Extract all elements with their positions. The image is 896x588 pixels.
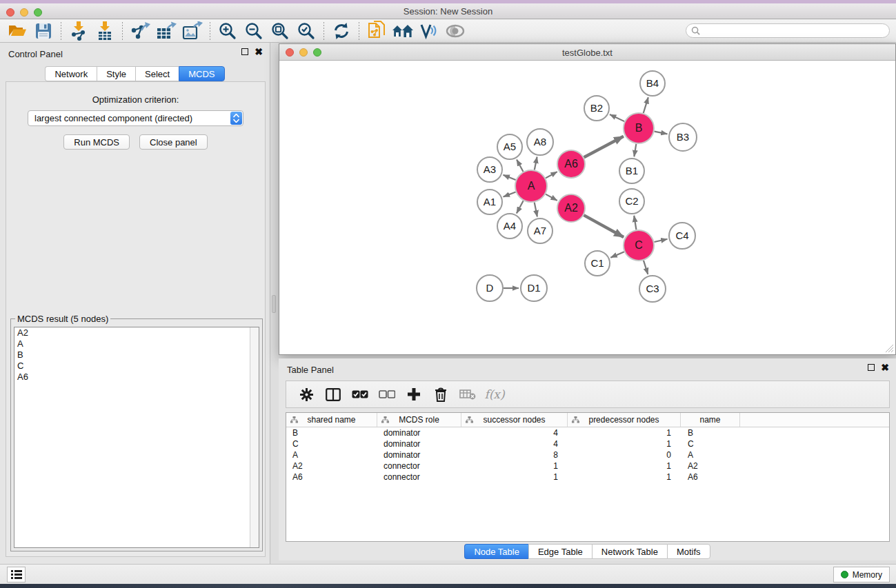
result-scrollbar[interactable] [250, 327, 259, 547]
show-hide-eye-icon[interactable] [442, 21, 468, 41]
export-table-icon[interactable] [153, 21, 179, 41]
node-label-C3: C3 [646, 283, 659, 294]
dropdown-stepper-icon [230, 112, 242, 125]
edge-B-B2[interactable] [610, 114, 624, 121]
result-list-item[interactable]: A6 [14, 372, 259, 383]
result-list-item[interactable]: A2 [14, 327, 259, 338]
column-header-successor-nodes[interactable]: successor nodes [461, 413, 568, 427]
tab-mcds[interactable]: MCDS [179, 66, 224, 81]
network-window-titlebar[interactable]: testGlobe.txt [279, 44, 895, 61]
tab-node-table[interactable]: Node Table [464, 544, 528, 559]
network-view-window: testGlobe.txt B4B2BB3A5A8A6A3B1AC2A1A2A4… [279, 43, 896, 355]
column-header-name[interactable]: name [681, 413, 740, 427]
node-table[interactable]: shared name MCDS role successor nodes pr… [286, 412, 890, 542]
cybrowser-home-icon[interactable] [390, 21, 416, 41]
tab-motifs[interactable]: Motifs [667, 544, 710, 559]
tab-style[interactable]: Style [97, 66, 135, 81]
zoom-selected-icon[interactable] [293, 21, 319, 41]
export-network-icon[interactable] [127, 21, 153, 41]
mcds-result-list[interactable]: A2ABCA6 [14, 327, 259, 548]
node-label-C: C [635, 239, 643, 251]
import-table-icon[interactable] [92, 21, 118, 41]
edge-B-B3[interactable] [655, 132, 668, 134]
result-list-item[interactable]: A [14, 338, 259, 349]
edge-C-C1[interactable] [610, 252, 624, 258]
import-network-icon[interactable] [66, 21, 92, 41]
table-row[interactable]: Cdominator41C [286, 438, 889, 449]
memory-status-icon [841, 571, 848, 578]
refresh-icon[interactable] [328, 21, 355, 41]
table-cell: A2 [681, 461, 740, 471]
table-float-icon[interactable] [868, 364, 875, 371]
desktop-background-strip-bottom [0, 584, 896, 588]
show-columns-icon[interactable] [323, 384, 344, 405]
mcds-tab-content: Optimization criterion: largest connecte… [6, 81, 266, 557]
table-row[interactable]: A2connector11A2 [286, 460, 889, 472]
deselect-all-columns-icon[interactable] [377, 384, 397, 405]
close-panel-button[interactable]: Close panel [139, 134, 208, 150]
save-session-icon[interactable] [30, 21, 57, 41]
edge-C-C2[interactable] [634, 216, 636, 230]
edge-A-A7[interactable] [535, 203, 537, 217]
search-input[interactable] [700, 26, 889, 37]
table-cell: 0 [568, 450, 681, 460]
table-row[interactable]: Adominator80A [286, 449, 889, 460]
tab-edge-table[interactable]: Edge Table [528, 544, 592, 559]
function-builder-icon[interactable]: f(x) [484, 384, 505, 405]
tab-network[interactable]: Network [45, 66, 97, 81]
table-panel: Table Panel ✖ [279, 358, 896, 560]
node-label-A1: A1 [484, 196, 496, 207]
panel-divider-grip[interactable] [272, 295, 276, 313]
column-header-shared-name[interactable]: shared name [286, 413, 377, 427]
export-image-icon[interactable] [179, 21, 206, 41]
close-panel-icon[interactable]: ✖ [255, 48, 263, 55]
tab-select[interactable]: Select [135, 66, 179, 81]
vizmapper-icon[interactable] [416, 21, 442, 41]
edge-A-A4[interactable] [517, 201, 524, 213]
zoom-in-icon[interactable] [215, 21, 241, 41]
table-cell: C [286, 439, 377, 449]
task-history-button[interactable] [7, 567, 26, 582]
table-row[interactable]: A6connector11A6 [286, 472, 889, 483]
edge-A-A2[interactable] [546, 194, 557, 201]
edge-A-A5[interactable] [517, 159, 524, 171]
edge-A-A3[interactable] [503, 175, 515, 180]
edge-A6-B[interactable] [584, 136, 624, 157]
tab-network-table[interactable]: Network Table [592, 544, 667, 559]
open-file-icon[interactable] [4, 21, 30, 41]
network-file-icon[interactable] [364, 21, 390, 41]
criterion-dropdown[interactable]: largest connected component (directed) [28, 110, 243, 126]
memory-button[interactable]: Memory [833, 567, 890, 582]
edge-A-A8[interactable] [535, 157, 537, 170]
table-settings-gear-icon[interactable] [296, 384, 317, 405]
search-field[interactable] [686, 23, 890, 38]
network-graph[interactable]: B4B2BB3A5A8A6A3B1AC2A1A2A4A7C4CC1C3DD1 [279, 61, 895, 354]
edge-A2-C[interactable] [584, 215, 624, 237]
result-list-item[interactable]: B [14, 349, 259, 361]
column-header-mcds-role[interactable]: MCDS role [377, 413, 461, 427]
zoom-out-icon[interactable] [241, 21, 267, 41]
edge-B-B4[interactable] [644, 97, 648, 113]
network-canvas[interactable]: B4B2BB3A5A8A6A3B1AC2A1A2A4A7C4CC1C3DD1 [279, 61, 895, 354]
edge-B-B1[interactable] [634, 144, 636, 157]
table-row[interactable]: Bdominator41B [286, 427, 889, 438]
window-resize-grip[interactable] [885, 344, 894, 353]
edge-A-A1[interactable] [504, 192, 516, 197]
select-all-columns-icon[interactable] [350, 384, 370, 405]
edge-C-C4[interactable] [654, 239, 667, 242]
list-icon [11, 570, 22, 579]
create-column-icon[interactable] [404, 384, 424, 405]
result-list-item[interactable]: C [14, 361, 259, 372]
node-label-A8: A8 [534, 136, 546, 148]
table-close-icon[interactable]: ✖ [881, 364, 889, 371]
delete-column-trash-icon[interactable] [430, 384, 451, 405]
run-mcds-button[interactable]: Run MCDS [63, 134, 130, 150]
node-label-B4: B4 [646, 77, 659, 89]
delete-table-icon[interactable] [457, 384, 478, 405]
column-header-predecessor-nodes[interactable]: predecessor nodes [568, 413, 681, 427]
zoom-fit-icon[interactable] [267, 21, 293, 41]
float-panel-icon[interactable] [241, 48, 248, 55]
node-label-A: A [528, 180, 535, 192]
edge-C-C3[interactable] [644, 261, 648, 274]
edge-A-A6[interactable] [546, 172, 557, 178]
